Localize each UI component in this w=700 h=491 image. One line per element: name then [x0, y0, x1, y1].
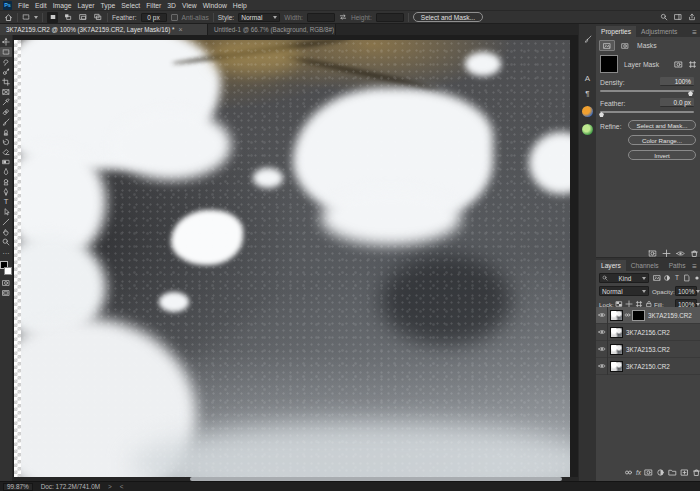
tool-frame[interactable] [0, 87, 12, 97]
status-arrow-icon[interactable]: > [108, 483, 112, 490]
filter-adjustment-layers-icon[interactable] [663, 274, 671, 282]
menu-help[interactable]: Help [233, 2, 247, 9]
layer-visibility-icon[interactable] [596, 358, 608, 375]
tool-eyedropper[interactable] [0, 97, 12, 107]
plugin-icon-green[interactable] [582, 123, 594, 135]
feather-value[interactable]: 0.0 px [660, 98, 694, 107]
layer-thumbnail[interactable] [610, 361, 623, 372]
tab-layers[interactable]: Layers [596, 260, 626, 271]
blend-mode-select[interactable]: Normal [599, 286, 649, 296]
layer-mask-thumbnail[interactable] [600, 55, 618, 73]
width-input[interactable] [307, 13, 335, 22]
mask-options-icon[interactable] [688, 60, 697, 69]
subtract-selection-button[interactable] [77, 12, 88, 23]
tool-historybrush[interactable] [0, 137, 12, 147]
density-slider[interactable] [600, 90, 694, 92]
screen-mode-icon[interactable] [0, 288, 12, 298]
tab-paths[interactable]: Paths [664, 260, 691, 271]
feather-slider[interactable] [600, 111, 694, 113]
layer-row[interactable]: 3K7A2156.CR2 [596, 324, 700, 341]
layer-mask-thumbnail[interactable] [632, 310, 645, 321]
tool-healing[interactable] [0, 107, 12, 117]
layer-row[interactable]: 3K7A2159.CR2 [596, 307, 700, 324]
density-value[interactable]: 100% [660, 77, 694, 86]
tool-marquee[interactable] [0, 47, 12, 57]
layer-thumbnail[interactable] [610, 344, 623, 355]
background-color-swatch[interactable] [4, 267, 12, 275]
tab-properties[interactable]: Properties [596, 26, 636, 37]
color-range-button[interactable]: Color Range... [628, 135, 696, 145]
layer-effects-icon[interactable]: fx [636, 469, 641, 476]
height-input[interactable] [376, 13, 404, 22]
add-mask-icon[interactable] [644, 468, 653, 477]
filter-toggle-icon[interactable] [693, 274, 700, 282]
zoom-level[interactable]: 99.87% [3, 483, 33, 491]
select-and-mask-button[interactable]: Select and Mask... [413, 12, 483, 22]
link-layers-icon[interactable] [624, 468, 633, 477]
layer-visibility-icon[interactable] [596, 307, 608, 324]
filter-smart-objects-icon[interactable] [683, 274, 691, 282]
swap-dimensions-icon[interactable] [339, 13, 347, 21]
menu-file[interactable]: File [18, 2, 29, 9]
filter-type-layers-icon[interactable]: T [673, 274, 681, 282]
chevron-down-icon[interactable] [34, 16, 38, 19]
tool-clonestamp[interactable] [0, 127, 12, 137]
filter-pixel-layers-icon[interactable] [653, 274, 661, 282]
tab-channels[interactable]: Channels [626, 260, 664, 271]
new-selection-button[interactable] [47, 12, 58, 23]
select-and-mask-button[interactable]: Select and Mask... [628, 120, 696, 130]
layer-visibility-icon[interactable] [596, 324, 608, 341]
adjustment-layer-icon[interactable] [656, 468, 665, 477]
tool-quickselect[interactable] [0, 67, 12, 77]
search-icon[interactable] [660, 13, 668, 21]
layer-filter-select[interactable]: Kind [599, 273, 649, 283]
layer-thumbnail[interactable] [610, 327, 623, 338]
quick-mask-icon[interactable] [0, 278, 12, 288]
tool-type[interactable]: T [0, 197, 12, 207]
layer-name[interactable]: 3K7A2150.CR2 [626, 363, 670, 370]
tool-line[interactable] [0, 217, 12, 227]
layer-visibility-icon[interactable] [596, 341, 608, 358]
tool-dodge[interactable] [0, 177, 12, 187]
tool-brush[interactable] [0, 117, 12, 127]
layer-row[interactable]: 3K7A2153.CR2 [596, 341, 700, 358]
document-canvas[interactable] [21, 40, 570, 477]
paragraph-panel-icon[interactable]: ¶ [582, 87, 594, 99]
new-group-icon[interactable] [668, 468, 677, 477]
menu-3d[interactable]: 3D [167, 2, 176, 9]
tool-zoomtool[interactable] [0, 237, 12, 247]
tool-lasso[interactable] [0, 57, 12, 67]
tool-pathselect[interactable] [0, 207, 12, 217]
style-select[interactable]: Normal [238, 13, 280, 22]
share-icon[interactable] [688, 13, 696, 21]
invert-button[interactable]: Invert [628, 150, 696, 160]
menu-select[interactable]: Select [121, 2, 140, 9]
canvas-area[interactable] [13, 35, 578, 481]
vector-mask-button[interactable] [617, 40, 633, 51]
pixel-mask-button[interactable] [599, 40, 615, 51]
layer-thumbnail[interactable] [610, 310, 623, 321]
scroll-arrow-icon[interactable]: < [120, 483, 124, 490]
tool-crop[interactable] [0, 77, 12, 87]
close-icon[interactable]: × [178, 26, 182, 33]
new-layer-icon[interactable] [680, 468, 689, 477]
brushes-panel-icon[interactable] [582, 33, 594, 45]
menu-filter[interactable]: Filter [146, 2, 161, 9]
color-swatches[interactable] [0, 261, 12, 275]
select-mask-icon[interactable] [674, 60, 683, 69]
menu-edit[interactable]: Edit [35, 2, 47, 9]
menu-view[interactable]: View [182, 2, 197, 9]
anti-alias-checkbox[interactable] [171, 14, 178, 21]
edit-toolbar-icon[interactable]: … [0, 247, 12, 257]
current-tool-icon[interactable] [22, 13, 30, 21]
panel-menu-icon[interactable]: ≡ [692, 263, 697, 271]
workspace-icon[interactable] [674, 13, 682, 21]
layer-name[interactable]: 3K7A2153.CR2 [626, 346, 670, 353]
document-tab-active[interactable]: 3K7A2159.CR2 @ 100% (3K7A2159.CR2, Layer… [0, 24, 208, 35]
document-tab-inactive[interactable]: Untitled-1 @ 66.7% (Background, RGB/8#) … [208, 24, 336, 35]
feather-input[interactable]: 0 px [141, 13, 167, 22]
character-panel-icon[interactable]: A [582, 72, 594, 84]
add-selection-button[interactable] [62, 12, 73, 23]
tool-blur[interactable] [0, 167, 12, 177]
tab-adjustments[interactable]: Adjustments [636, 26, 682, 37]
